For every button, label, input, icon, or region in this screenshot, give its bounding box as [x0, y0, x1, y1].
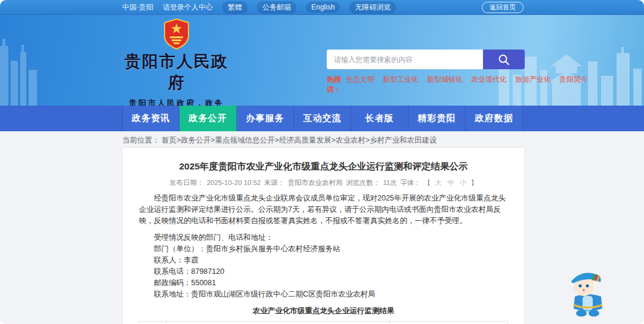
mascot-icon	[565, 268, 609, 317]
publish-date-label: 发布日期：	[169, 179, 204, 186]
article-paragraph: 经贵阳市农业产业化市级重点龙头企业联席会议成员单位审定，现对2025年开展的农业…	[139, 193, 508, 227]
hot-word-guiyang-intro[interactable]: 贵阳简介	[559, 75, 588, 95]
site-logo-block[interactable]: 贵阳市人民政府 贵阳市人民政府．政务 www.guiyang.gov.cn	[117, 18, 236, 106]
breadcrumb: 当前位置： 首页>政务公开>重点领域信息公开>经济高质量发展>农业农村>乡村产业…	[122, 131, 644, 147]
views-label: 浏览次数：	[346, 179, 380, 186]
hot-search-label: 热搜词：	[327, 75, 341, 95]
contact-postcode-line: 邮政编码：550081	[139, 277, 508, 289]
source: 贵阳市农业农村局	[287, 179, 342, 186]
page-body: 当前位置： 首页>政务公开>重点领域信息公开>经济高质量发展>农业农村>乡村产业…	[0, 131, 644, 324]
bracket-close: 】	[471, 179, 478, 186]
browser-viewport: 中国·贵阳 请登录个人中心 繁體 公务邮箱 English 无障碍浏览 返回首页	[0, 0, 644, 324]
nav-tab-senior-version[interactable]: 长者版	[351, 106, 408, 131]
site-title: 贵阳市人民政府	[117, 51, 236, 94]
topbar-item-traditional[interactable]: 繁體	[222, 1, 247, 14]
table-header-row: 序号 企业名称 监测结果	[140, 322, 508, 324]
search-button[interactable]	[483, 50, 525, 69]
article-meta: 发布日期： 2025-10-20 10:52 来源： 贵阳市农业农村局 浏览次数…	[139, 178, 508, 187]
city-skyline-left-decoration	[0, 34, 83, 106]
article-title: 2025年度贵阳市农业产业化市级重点龙头企业运行监测和评定结果公示	[139, 160, 508, 173]
contact-department-line: 部门（单位）：贵阳市乡村振兴服务中心农村经济服务站	[139, 243, 508, 255]
national-emblem-icon	[162, 18, 191, 50]
article-paragraph: 受理情况反映的部门、电话和地址：	[139, 232, 508, 243]
hot-word-ecology[interactable]: 生态文明	[346, 75, 374, 95]
nav-tab-interaction[interactable]: 互动交流	[294, 106, 351, 131]
nav-tab-splendid-guiyang[interactable]: 精彩贵阳	[408, 106, 466, 131]
font-size-small[interactable]: 小	[460, 179, 467, 186]
hot-word-tourism[interactable]: 旅游产业化	[515, 75, 551, 95]
header-serial-number: 序号	[140, 322, 167, 324]
breadcrumb-path[interactable]: 首页>政务公开>重点领域信息公开>经济高质量发展>农业农村>乡村产业和农田建设	[162, 136, 437, 144]
assistant-mascot[interactable]	[565, 268, 609, 317]
topbar-item-official-mail[interactable]: 公务邮箱	[257, 1, 296, 14]
site-header: 贵阳市人民政府 贵阳市人民政府．政务 www.guiyang.gov.cn 热搜…	[0, 15, 644, 106]
result-table-title: 农业产业化市级重点龙头企业运行监测结果	[139, 306, 508, 316]
header-monitor-result: 监测结果	[389, 322, 507, 324]
return-home-button[interactable]: 返回首页	[482, 2, 524, 13]
source-label: 来源：	[264, 179, 285, 186]
monitoring-result-table: 序号 企业名称 监测结果 1 贵州合力超市采购有限公司 合格 2 贵州友禾种业有…	[139, 321, 508, 324]
hot-word-urbanization[interactable]: 新型城镇化	[427, 75, 463, 95]
article-card: 2025年度贵阳市农业产业化市级重点龙头企业运行监测和评定结果公示 发布日期： …	[122, 147, 525, 324]
bracket-open: 【	[424, 179, 431, 186]
nav-tab-gov-data[interactable]: 政府数据	[466, 106, 523, 131]
top-utility-bar: 中国·贵阳 请登录个人中心 繁體 公务邮箱 English 无障碍浏览 返回首页	[0, 0, 644, 15]
breadcrumb-label: 当前位置：	[122, 136, 160, 144]
header-company-name: 企业名称	[166, 322, 389, 324]
search-icon	[497, 53, 510, 66]
site-subtitle: 贵阳市人民政府．政务	[117, 98, 236, 106]
search-block: 热搜词： 生态文明 新型工业化 新型城镇化 农业现代化 旅游产业化 贵阳简介	[327, 50, 525, 95]
hot-word-industrialization[interactable]: 新型工业化	[383, 75, 419, 95]
topbar-item-accessibility[interactable]: 无障碍浏览	[349, 1, 396, 14]
publish-date: 2025-10-20 10:52	[207, 179, 261, 186]
main-navigation: 政务资讯 政务公开 办事服务 互动交流 长者版 精彩贵阳 政府数据	[0, 106, 644, 131]
nav-tab-news[interactable]: 政务资讯	[122, 106, 179, 131]
font-size-label: 字体：	[400, 179, 421, 186]
topbar-item-china-guiyang[interactable]: 中国·贵阳	[122, 2, 153, 13]
contact-address-line: 联系地址：贵阳市观山湖区市级行政中心二期C区贵阳市农业农村局	[139, 289, 508, 300]
hot-word-agriculture[interactable]: 农业现代化	[471, 75, 507, 95]
contact-phone-line: 联系电话：87987120	[139, 266, 508, 277]
search-input[interactable]	[327, 50, 483, 69]
hot-search-row: 热搜词： 生态文明 新型工业化 新型城镇化 农业现代化 旅游产业化 贵阳简介	[327, 75, 525, 95]
topbar-item-login[interactable]: 请登录个人中心	[163, 2, 213, 13]
topbar-item-english[interactable]: English	[306, 2, 340, 13]
font-size-large[interactable]: 大	[435, 179, 442, 186]
nav-tab-public-disclosure[interactable]: 政务公开	[179, 106, 237, 131]
nav-tab-services[interactable]: 办事服务	[237, 106, 294, 131]
font-size-medium[interactable]: 中	[447, 179, 454, 186]
contact-person-line: 联系人：李霞	[139, 255, 508, 266]
views-count: 11次	[383, 179, 397, 186]
